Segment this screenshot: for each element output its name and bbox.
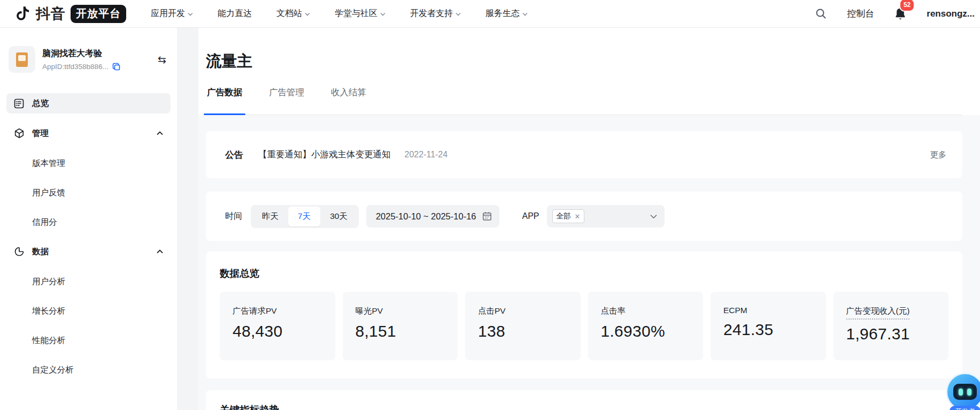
brand-logo[interactable]: 抖音 开放平台	[16, 4, 126, 24]
chevron-up-icon[interactable]	[157, 131, 163, 135]
filter-bar: 时间 昨天 7天 30天 2025-10-10 ~ 2025-10-16 APP…	[206, 192, 962, 241]
sidebar-item-growth-analysis[interactable]: 增长分析	[6, 301, 171, 321]
nav-item-label: 服务生态	[485, 8, 520, 19]
sidebar-group-data[interactable]: 数据	[6, 241, 171, 262]
preset-30days-button[interactable]: 30天	[320, 207, 357, 226]
brand-badge: 开放平台	[71, 5, 126, 23]
stat-value: 48,430	[233, 322, 322, 340]
sidebar-menu: 总览 管理 版本管理 用户反馈 信用分 数据	[0, 93, 177, 380]
sidebar-item-user-analysis[interactable]: 用户分析	[6, 271, 171, 292]
stat-label: 点击PV	[478, 306, 506, 317]
top-navbar: 抖音 开放平台 应用开发 能力直达 文档站 学堂与社区 开发者支持	[0, 0, 980, 28]
tag-remove-icon[interactable]: ✕	[575, 212, 581, 221]
stat-card-click-rate: 点击率 1.6930%	[588, 292, 704, 360]
nav-item-label: 文档站	[276, 8, 302, 19]
nav-item-community[interactable]: 学堂与社区	[335, 8, 385, 19]
douyin-note-icon	[16, 6, 31, 22]
sidebar-item-performance-analysis[interactable]: 性能分析	[6, 330, 171, 351]
app-filter-label: APP	[522, 211, 539, 221]
chevron-down-icon	[380, 12, 385, 16]
main-header: 流量主 广告数据 广告管理 收入结算	[198, 28, 980, 115]
calendar-icon	[482, 211, 492, 221]
time-preset-segment: 昨天 7天 30天	[251, 205, 359, 228]
tab-ad-data[interactable]: 广告数据	[206, 87, 243, 115]
nav-item-capability[interactable]: 能力直达	[218, 8, 252, 19]
announcement-label: 公告	[225, 149, 243, 161]
app-selected-tag: 全部 ✕	[552, 209, 585, 223]
tab-ad-manage[interactable]: 广告管理	[268, 87, 305, 115]
chevron-down-icon	[456, 12, 461, 16]
key-metrics-trend-section: 关键指标趋势	[206, 390, 962, 410]
stat-card-ad-revenue: 广告变现收入(元) 1,967.31	[834, 292, 949, 360]
stat-label: 广告请求PV	[233, 306, 277, 317]
navbar-right: 控制台 52 rensongz...	[815, 7, 975, 20]
nav-item-app-dev[interactable]: 应用开发	[151, 8, 193, 19]
robot-assistant-icon	[946, 373, 980, 410]
tag-label: 全部	[557, 211, 571, 221]
stat-card-ecpm: ECPM 241.35	[711, 292, 826, 360]
sidebar-item-version-manage[interactable]: 版本管理	[6, 153, 171, 173]
chevron-down-icon	[522, 12, 528, 16]
time-filter-label: 时间	[225, 211, 242, 222]
content-area: 公告 【重要通知】小游戏主体变更通知 2022-11-24 更多 时间 昨天 7…	[198, 115, 980, 410]
preset-yesterday-button[interactable]: 昨天	[252, 207, 288, 226]
date-range-picker[interactable]: 2025-10-10 ~ 2025-10-16	[366, 205, 500, 227]
sidebar-item-label: 数据	[32, 246, 49, 257]
sidebar-item-overview[interactable]: 总览	[6, 93, 171, 113]
brand-name: 抖音	[36, 4, 66, 24]
current-app-card: 脑洞找茬大考验 AppID:ttfd358b886... ⇆	[0, 46, 177, 73]
overview-icon	[14, 98, 25, 109]
chevron-up-icon[interactable]	[157, 249, 163, 254]
app-select[interactable]: 全部 ✕	[547, 205, 665, 227]
chevron-down-icon	[188, 12, 193, 16]
pie-chart-icon	[14, 246, 25, 257]
sidebar: 脑洞找茬大考验 AppID:ttfd358b886... ⇆ 总览	[0, 28, 177, 410]
announcement-more-link[interactable]: 更多	[930, 150, 946, 160]
nav-item-label: 能力直达	[218, 8, 252, 19]
nav-item-label: 应用开发	[151, 8, 185, 19]
console-link[interactable]: 控制台	[847, 7, 874, 20]
data-overview-title: 数据总览	[220, 267, 948, 280]
app-meta: 脑洞找茬大考验 AppID:ttfd358b886...	[42, 48, 121, 71]
sidebar-item-user-feedback[interactable]: 用户反馈	[6, 183, 171, 203]
sidebar-item-credit-score[interactable]: 信用分	[6, 212, 171, 232]
primary-nav: 应用开发 能力直达 文档站 学堂与社区 开发者支持 服务	[151, 8, 528, 19]
notification-bell[interactable]: 52	[894, 7, 906, 20]
stat-grid: 广告请求PV 48,430 曝光PV 8,151 点击PV 138 点击率 1.…	[220, 292, 948, 360]
date-range-value: 2025-10-10 ~ 2025-10-16	[376, 211, 476, 222]
sidebar-group-manage[interactable]: 管理	[6, 123, 171, 143]
sidebar-item-label: 管理	[32, 128, 49, 139]
copy-icon[interactable]	[112, 63, 121, 71]
tab-bar: 广告数据 广告管理 收入结算	[206, 87, 962, 115]
nav-item-support[interactable]: 开发者支持	[410, 8, 461, 19]
app-avatar-graphic	[16, 52, 28, 67]
tab-income-settlement[interactable]: 收入结算	[330, 87, 367, 115]
announcement-date: 2022-11-24	[405, 150, 448, 160]
stat-card-ad-request-pv: 广告请求PV 48,430	[220, 292, 335, 360]
preset-7days-button[interactable]: 7天	[288, 207, 320, 226]
stat-label-with-tooltip[interactable]: 广告变现收入(元)	[846, 306, 910, 320]
announcement-title[interactable]: 【重要通知】小游戏主体变更通知	[258, 149, 391, 161]
notification-badge: 52	[899, 0, 915, 12]
app-avatar	[9, 46, 35, 73]
stat-value: 8,151	[356, 322, 445, 340]
switch-app-icon[interactable]: ⇆	[158, 55, 166, 65]
nav-item-ecosystem[interactable]: 服务生态	[485, 8, 528, 19]
stat-label: 点击率	[601, 306, 626, 317]
nav-item-docs[interactable]: 文档站	[276, 8, 310, 19]
key-metrics-trend-title: 关键指标趋势	[220, 403, 948, 410]
app-name: 脑洞找茬大考验	[42, 48, 121, 59]
announcement-bar: 公告 【重要通知】小游戏主体变更通知 2022-11-24 更多	[206, 131, 962, 178]
stat-value: 1,967.31	[846, 325, 936, 343]
stat-card-click-pv: 点击PV 138	[465, 292, 581, 360]
search-icon[interactable]	[815, 8, 827, 19]
sidebar-item-custom-analysis[interactable]: 自定义分析	[6, 360, 171, 380]
main-panel: 流量主 广告数据 广告管理 收入结算 公告 【重要通知】小游戏主体变更通知 20…	[198, 28, 980, 410]
assistant-chat-widget[interactable]: 开发者	[940, 373, 980, 410]
app-id: AppID:ttfd358b886...	[42, 63, 109, 71]
assistant-label: 开发者	[950, 406, 980, 410]
user-account[interactable]: rensongz...	[927, 9, 975, 19]
chevron-down-icon	[305, 12, 310, 16]
stat-value: 138	[478, 322, 568, 340]
page-title: 流量主	[206, 50, 962, 72]
